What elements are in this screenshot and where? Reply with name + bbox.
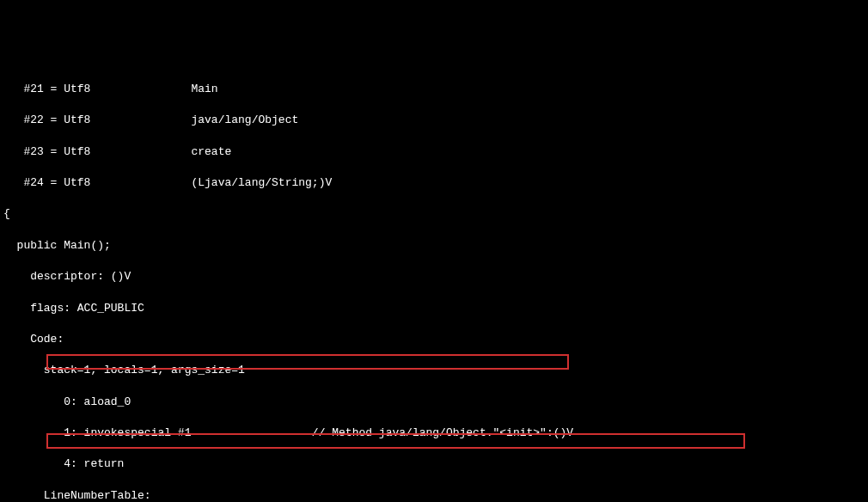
constant-pool-line: #22 = Utf8 java/lang/Object (3, 113, 865, 128)
brace-open: { (3, 206, 865, 222)
bytecode-line: 4: return (3, 456, 865, 472)
linenumbertable-header: LineNumberTable: (3, 488, 865, 502)
flags-line: flags: ACC_PUBLIC (3, 301, 865, 316)
bytecode-line: 0: aload_0 (3, 395, 865, 410)
stack-info: stack=1, locals=1, args_size=1 (3, 363, 865, 378)
constant-pool-line: #23 = Utf8 create (3, 144, 865, 160)
descriptor-line: descriptor: ()V (3, 269, 865, 285)
constant-pool-line: #24 = Utf8 (Ljava/lang/String;)V (3, 175, 865, 191)
code-header: Code: (3, 332, 865, 347)
constant-pool-line: #21 = Utf8 Main (3, 82, 865, 97)
bytecode-line: 1: invokespecial #1 // Method java/lang/… (3, 425, 865, 441)
method-declaration: public Main(); (3, 238, 865, 254)
terminal-output: #21 = Utf8 Main #22 = Utf8 java/lang/Obj… (3, 66, 865, 502)
